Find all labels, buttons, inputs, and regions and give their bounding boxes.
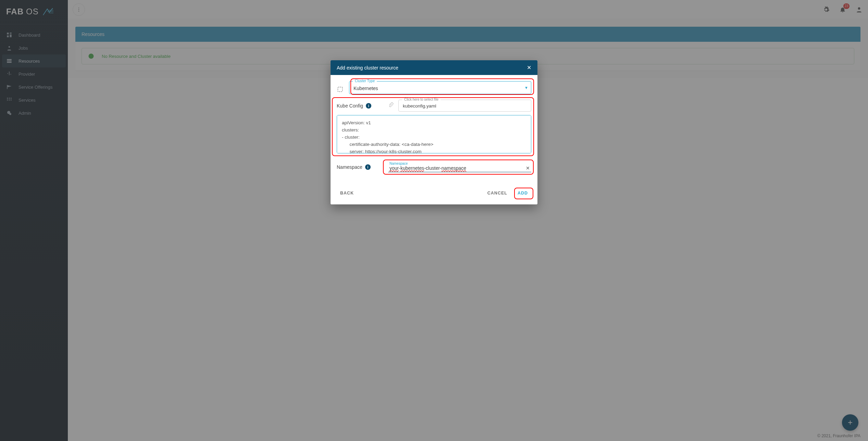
clear-namespace-button[interactable]: ✕ <box>526 165 530 171</box>
namespace-label: Namespace <box>389 162 530 165</box>
back-button[interactable]: BACK <box>337 188 357 198</box>
cluster-type-icon <box>337 81 344 94</box>
namespace-value: your-kubernetes-cluster-namespace <box>389 165 526 171</box>
chevron-down-icon: ▼ <box>524 86 528 90</box>
dialog-close-button[interactable]: ✕ <box>527 64 531 71</box>
attachment-icon <box>388 100 394 109</box>
kubeconfig-label: Kube Config <box>337 103 363 109</box>
file-name: kubeconfig.yaml <box>403 103 527 109</box>
close-icon: ✕ <box>526 165 530 171</box>
kubeconfig-info-icon[interactable]: i <box>366 103 371 109</box>
dialog-title: Add existing cluster resource <box>337 65 398 71</box>
dialog-header: Add existing cluster resource ✕ <box>331 60 537 75</box>
file-select-field[interactable]: Click here to select file kubeconfig.yam… <box>398 100 531 112</box>
namespace-section-label: Namespace <box>337 164 362 170</box>
svg-rect-29 <box>338 87 342 91</box>
cluster-type-label: Cluster Type <box>353 79 377 83</box>
namespace-info-icon[interactable]: i <box>365 164 371 170</box>
kubeconfig-textarea[interactable] <box>337 115 531 153</box>
cancel-button[interactable]: CANCEL <box>484 188 511 198</box>
namespace-field[interactable]: Namespace your-kubernetes-cluster-namesp… <box>388 160 531 172</box>
file-field-label: Click here to select file <box>402 98 441 101</box>
close-icon: ✕ <box>527 65 531 71</box>
cluster-type-select[interactable]: Cluster Type Kubernetes ▼ <box>349 81 531 94</box>
add-cluster-dialog: Add existing cluster resource ✕ Cluster … <box>331 60 537 204</box>
modal-overlay[interactable]: Add existing cluster resource ✕ Cluster … <box>0 0 868 441</box>
add-button[interactable]: ADD <box>514 188 531 198</box>
cluster-type-value: Kubernetes <box>354 86 527 91</box>
